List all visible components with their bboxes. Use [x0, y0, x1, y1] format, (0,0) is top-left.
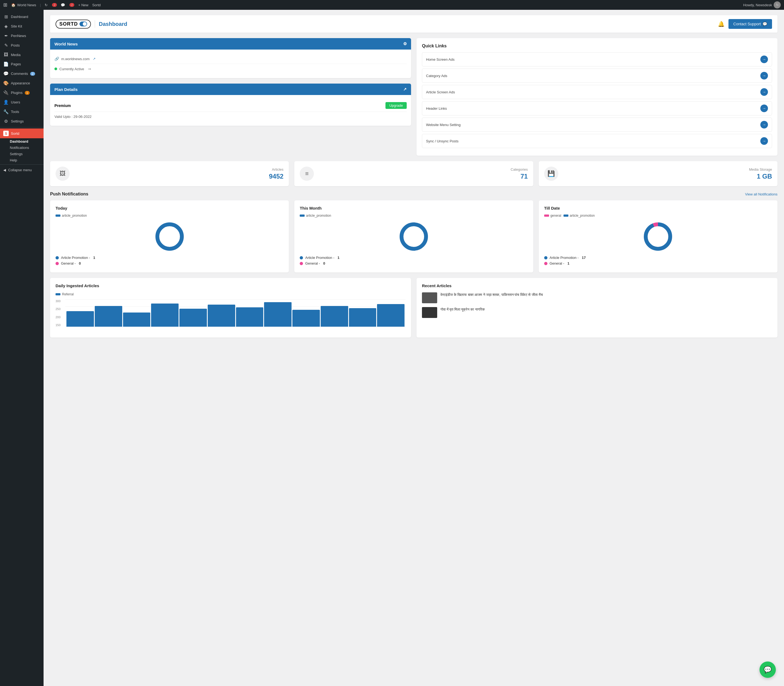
contact-support-icon: 💬	[763, 22, 767, 26]
quick-link-arrow-icon: →	[760, 72, 768, 80]
world-news-title: World News	[54, 42, 78, 46]
bar-chart-bar	[236, 307, 263, 327]
stat-info-categories: Categories 71	[318, 167, 528, 180]
article-thumbnail	[422, 292, 437, 303]
charts-row: Today article_promotion Article Promotio…	[50, 200, 777, 273]
quick-link-label: Sync / Unsync Posts	[426, 139, 459, 143]
stat-label-articles: Articles	[74, 167, 283, 172]
quick-link-arrow-icon: →	[760, 121, 768, 129]
plan-card-body: Premium Upgrade Valid Upto : 29-06-2022	[50, 95, 411, 126]
chart-card-today: Today article_promotion Article Promotio…	[50, 200, 289, 273]
sortd-sub-dashboard[interactable]: Dashboard	[0, 138, 44, 145]
stat-value: 1	[567, 261, 570, 265]
quick-link-item[interactable]: Category Ads →	[422, 69, 772, 83]
sidebar-item-sitekit[interactable]: ◈ Site Kit	[0, 21, 44, 31]
recent-article-item[interactable]: वेस्टइंडीज के खिलाफ बाबर आजम ने जड़ा शतक…	[422, 292, 772, 303]
sidebar-label-posts: Posts	[11, 43, 20, 47]
chart-legend: article_promotion	[300, 214, 528, 217]
y-labels: 300250200150	[56, 299, 60, 327]
sidebar-label-appearance: Appearance	[11, 81, 30, 85]
sidebar-label-pages: Pages	[11, 62, 21, 66]
plugin-name[interactable]: Sortd	[92, 3, 101, 7]
refresh-icon[interactable]: ↻	[45, 3, 47, 7]
legend-item: general	[544, 214, 561, 217]
sortd-sub-notifications[interactable]: Notifications	[0, 145, 44, 151]
stat-label-media-storage: Media Storage	[563, 167, 772, 172]
sidebar-item-pages[interactable]: 📄 Pages	[0, 59, 44, 69]
sidebar-item-sortd[interactable]: S Sortd	[0, 129, 44, 138]
chart-stat-row: Article Promotion - 17	[544, 256, 772, 260]
header-divider	[95, 20, 95, 28]
stat-dot	[56, 256, 59, 260]
quick-link-item[interactable]: Sync / Unsync Posts →	[422, 134, 772, 148]
legend-label: article_promotion	[306, 214, 331, 217]
logo-area: SORTD Dashboard	[56, 20, 127, 29]
collapse-menu-button[interactable]: ◀ Collapse menu	[0, 166, 44, 174]
admin-bar: ⊞ 🏠 World News | ↻ 2 💬 2 + New Sortd How…	[0, 0, 784, 10]
quick-link-item[interactable]: Header Links →	[422, 101, 772, 116]
quick-link-label: Category Ads	[426, 74, 447, 78]
logout-icon[interactable]: ⇒	[88, 67, 91, 71]
quick-link-arrow-icon: →	[760, 137, 768, 145]
legend-label: article_promotion	[570, 214, 595, 217]
page-title: Dashboard	[99, 21, 127, 27]
quick-link-item[interactable]: Home Screen Ads →	[422, 52, 772, 67]
legend-dot	[564, 214, 568, 217]
bar-chart-bar	[349, 308, 376, 327]
view-all-notifications-link[interactable]: View all Notifications	[745, 192, 777, 196]
recent-articles-card: Recent Articles वेस्टइंडीज के खिलाफ बाबर…	[416, 278, 777, 338]
toggle-icon[interactable]	[80, 21, 87, 26]
world-news-gear-icon[interactable]: ⚙	[403, 41, 407, 46]
quick-link-arrow-icon: →	[760, 56, 768, 63]
sidebar-item-tools[interactable]: 🔧 Tools	[0, 107, 44, 116]
recent-article-item[interactable]: गोवा में मृत मिला यूक्रेन का नागरिक	[422, 307, 772, 318]
bell-icon[interactable]: 🔔	[718, 21, 725, 27]
sidebar-item-dashboard[interactable]: ⊞ Dashboard	[0, 12, 44, 21]
quick-link-item[interactable]: Website Menu Setting →	[422, 118, 772, 132]
refresh-count: 2	[52, 3, 57, 7]
bar-chart-bar	[377, 304, 405, 327]
dashboard-icon: ⊞	[3, 14, 9, 19]
chart-card-till-date: Till Date general article_promotion Arti…	[539, 200, 777, 273]
sidebar-label-pennews: PenNews	[11, 34, 26, 38]
sortd-sub-help[interactable]: Help	[0, 157, 44, 163]
chat-fab-button[interactable]: 💬	[760, 662, 776, 678]
stat-value-categories: 71	[318, 173, 528, 180]
chart-stat-row: General - 0	[300, 261, 528, 265]
new-button[interactable]: + New	[78, 3, 88, 7]
site-name-label[interactable]: World News	[17, 3, 36, 7]
main-content: SORTD Dashboard 🔔 Contact Support 💬	[44, 10, 784, 686]
chart-legend: general article_promotion	[544, 214, 772, 217]
plugins-icon: 🔌	[3, 90, 9, 95]
ext-link-icon[interactable]: ↗	[93, 57, 96, 61]
comments-icon: 💬	[3, 71, 9, 76]
sidebar-item-comments[interactable]: 💬 Comments 2	[0, 69, 44, 78]
bar-chart-legend: Referral	[56, 292, 406, 296]
stat-label: Article Promotion -	[550, 256, 579, 260]
wp-logo-icon[interactable]: ⊞	[3, 2, 7, 8]
contact-support-button[interactable]: Contact Support 💬	[728, 19, 772, 29]
sidebar-item-appearance[interactable]: 🎨 Appearance	[0, 78, 44, 88]
chart-title: Today	[56, 206, 283, 211]
sidebar-item-users[interactable]: 👤 Users	[0, 98, 44, 107]
sidebar-item-media[interactable]: 🖼 Media	[0, 50, 44, 59]
sidebar-item-plugins[interactable]: 🔌 Plugins 1	[0, 88, 44, 98]
sortd-sub-settings[interactable]: Settings	[0, 151, 44, 157]
donut-svg	[397, 220, 430, 253]
quick-link-item[interactable]: Article Screen Ads →	[422, 85, 772, 99]
bar-chart-area: 300250200150	[56, 299, 406, 332]
article-text: वेस्टइंडीज के खिलाफ बाबर आजम ने जड़ा शतक…	[441, 292, 543, 297]
push-notifications-title: Push Notifications	[50, 192, 88, 196]
comments-badge: 2	[30, 72, 35, 76]
upgrade-button[interactable]: Upgrade	[385, 102, 407, 109]
appearance-icon: 🎨	[3, 80, 9, 86]
sidebar-item-posts[interactable]: ✎ Posts	[0, 41, 44, 50]
collapse-menu-label: Collapse menu	[8, 168, 32, 172]
sidebar-item-pennews[interactable]: ✒ PenNews	[0, 31, 44, 41]
avatar[interactable]: N	[774, 2, 781, 8]
world-news-url[interactable]: m.worldnews.com	[61, 57, 90, 61]
sidebar-item-settings[interactable]: ⚙ Settings	[0, 116, 44, 126]
site-name[interactable]: 🏠 World News	[11, 3, 36, 7]
plan-ext-icon[interactable]: ↗	[403, 87, 407, 92]
comment-icon[interactable]: 💬	[61, 3, 65, 7]
